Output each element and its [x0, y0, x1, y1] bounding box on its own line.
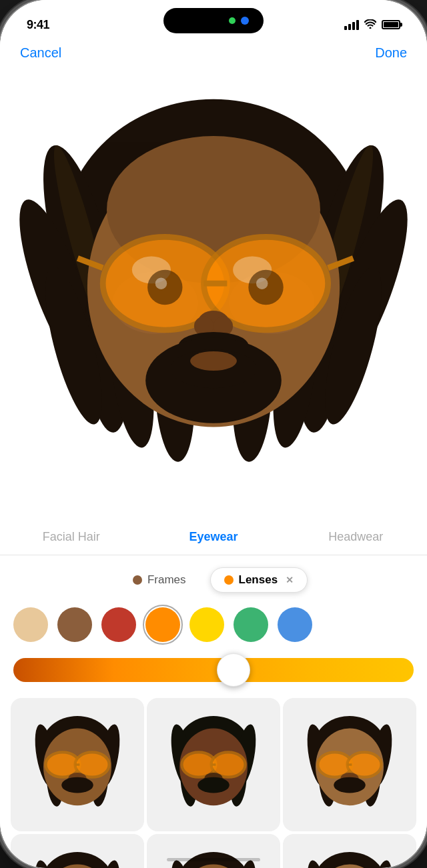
lenses-filter-close[interactable]: ✕: [286, 575, 294, 585]
done-button[interactable]: Done: [375, 45, 407, 61]
content-area: Frames Lenses ✕: [0, 555, 427, 868]
swatch-7[interactable]: [278, 607, 312, 642]
memoji-option-3[interactable]: [283, 698, 416, 831]
memoji-avatar: [0, 74, 427, 501]
home-indicator: [167, 858, 260, 861]
status-time: 9:41: [27, 18, 49, 32]
memoji-option-6[interactable]: [283, 834, 416, 868]
signal-bars-icon: [344, 20, 359, 30]
svg-point-47: [61, 777, 93, 793]
memoji-preview: [0, 67, 427, 521]
emoji-grid: [0, 695, 427, 868]
phone-shell: 9:41: [0, 0, 427, 868]
cancel-button[interactable]: Cancel: [20, 45, 61, 61]
swatches-row: [0, 602, 427, 653]
lenses-filter-button[interactable]: Lenses ✕: [210, 567, 308, 593]
svg-point-58: [197, 777, 230, 793]
memoji-option-2[interactable]: [147, 698, 280, 831]
swatch-1[interactable]: [13, 607, 48, 642]
frames-filter-button[interactable]: Frames: [119, 568, 199, 592]
svg-point-28: [155, 277, 167, 289]
lenses-dot: [224, 575, 234, 585]
island-dot-blue: [241, 17, 249, 25]
swatch-6[interactable]: [234, 607, 268, 642]
slider-track[interactable]: [13, 658, 414, 682]
dynamic-island: [163, 8, 264, 33]
swatch-2[interactable]: [57, 607, 92, 642]
swatch-4-selected[interactable]: [145, 607, 180, 642]
tab-bar: Facial Hair Eyewear Headwear: [0, 521, 427, 555]
tab-facial-hair[interactable]: Facial Hair: [0, 527, 142, 547]
swatch-3[interactable]: [101, 607, 136, 642]
nav-bar: Cancel Done: [0, 39, 427, 67]
island-dot-green: [229, 17, 236, 24]
screen: 9:41: [0, 0, 427, 868]
status-icons: [344, 19, 400, 31]
tab-headwear[interactable]: Headwear: [285, 527, 427, 547]
memoji-option-5[interactable]: [147, 834, 280, 868]
svg-point-69: [334, 777, 366, 793]
slider-container[interactable]: [0, 653, 427, 695]
tab-eyewear[interactable]: Eyewear: [142, 527, 284, 547]
frames-dot: [133, 575, 142, 585]
slider-thumb[interactable]: [217, 653, 250, 687]
battery-icon: [382, 20, 400, 29]
svg-point-29: [256, 277, 268, 289]
filter-row: Frames Lenses ✕: [0, 555, 427, 602]
status-bar: 9:41: [0, 0, 427, 39]
wifi-icon: [364, 19, 376, 31]
memoji-option-1[interactable]: [11, 698, 144, 831]
memoji-option-4[interactable]: [11, 834, 144, 868]
swatch-5[interactable]: [189, 607, 224, 642]
svg-point-36: [190, 351, 237, 371]
